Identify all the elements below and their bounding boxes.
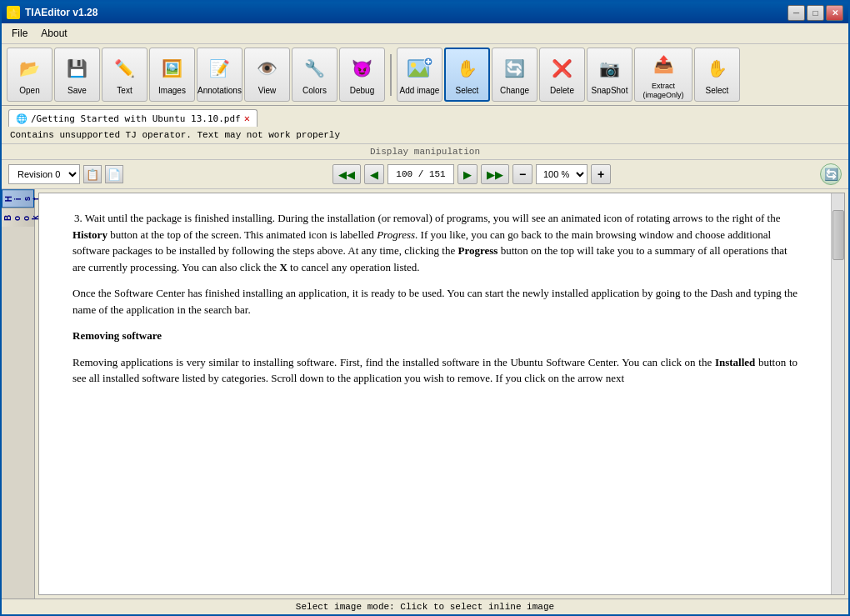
colors-label: Colors [302, 86, 327, 96]
scrollbar-vertical[interactable] [831, 193, 844, 594]
change-label: Change [500, 86, 529, 96]
prev-page-button[interactable]: ◀ [364, 164, 384, 184]
last-page-button[interactable]: ▶▶ [481, 164, 509, 184]
annotations-icon: 📝 [205, 53, 235, 83]
debug-icon: 😈 [348, 53, 378, 83]
svg-point-1 [411, 63, 416, 68]
annotations-label: Annotations [198, 86, 242, 96]
images-label: Images [158, 86, 186, 96]
save-button[interactable]: 💾 Save [54, 48, 100, 102]
content-area: 3. Wait until the package is finished in… [38, 193, 845, 595]
text-label: Text [117, 86, 132, 96]
tab-icon: 🌐 [16, 113, 28, 124]
delete-label: Delete [550, 86, 574, 96]
sidebar: H i s t o r y B o o k m a r k s [2, 189, 35, 598]
status-text: Select image mode: Click to select inlin… [296, 602, 554, 612]
delete-icon: ❌ [548, 53, 578, 83]
delete-button[interactable]: ❌ Delete [539, 48, 585, 102]
window-title: TIAEditor v1.28 [25, 7, 98, 18]
close-button[interactable]: ✕ [826, 5, 843, 21]
warning-bar: Contains unsupported TJ operator. Text m… [2, 127, 848, 144]
pdf-content: 3. Wait until the package is finished in… [39, 193, 831, 594]
copy-button[interactable]: 📋 [83, 165, 102, 183]
add-image-button[interactable]: Add image [397, 48, 442, 102]
nav-bar: Revision 0 📋 📄 ◀◀ ◀ ▶ ▶▶ − 100 % 50 % 75… [2, 160, 848, 189]
open-label: Open [19, 86, 39, 96]
paragraph-3: Removing applications is very similar to… [72, 354, 798, 387]
status-bar: Select image mode: Click to select inlin… [2, 598, 848, 614]
sidebar-tab-history[interactable]: H i s t o r y [2, 189, 34, 208]
menu-bar: File About [2, 23, 848, 44]
text-button[interactable]: ✏️ Text [102, 48, 148, 102]
display-manipulation: Display manipulation [2, 144, 848, 160]
add-image-label: Add image [400, 86, 440, 96]
save-icon: 💾 [62, 53, 92, 83]
zoom-in-button[interactable]: + [591, 164, 611, 184]
debug-button[interactable]: 😈 Debug [339, 48, 385, 102]
extract-icon: 📤 [648, 49, 678, 79]
select2-label: Select [706, 86, 729, 96]
toolbar: 📂 Open 💾 Save ✏️ Text 🖼️ Images 📝 Annota… [2, 44, 848, 106]
title-bar-left: ⭐ TIAEditor v1.28 [7, 6, 98, 19]
snapshot-icon: 📷 [595, 53, 625, 83]
view-label: View [258, 86, 277, 96]
paste-button[interactable]: 📄 [105, 165, 123, 183]
para-num-label: 3. [74, 212, 85, 224]
revision-dropdown[interactable]: Revision 0 [8, 164, 80, 184]
save-label: Save [68, 86, 87, 96]
zoom-select[interactable]: 100 % 50 % 75 % 125 % 150 % 200 % [536, 164, 588, 184]
debug-label: Debug [350, 86, 374, 96]
snapshot-label: SnapShot [592, 86, 628, 96]
next-page-button[interactable]: ▶ [458, 164, 478, 184]
images-icon: 🖼️ [158, 53, 188, 83]
scrollbar-thumb[interactable] [832, 210, 844, 260]
first-page-icon: ◀◀ [338, 168, 355, 181]
change-button[interactable]: 🔄 Change [492, 48, 538, 102]
toolbar-separator-1 [390, 54, 392, 96]
select2-button[interactable]: ✋ Select [694, 48, 740, 102]
title-bar: ⭐ TIAEditor v1.28 ─ □ ✕ [2, 2, 848, 23]
select2-icon: ✋ [702, 53, 732, 83]
refresh-icon: 🔄 [824, 168, 838, 181]
select-label: Select [456, 86, 479, 96]
change-icon: 🔄 [500, 53, 530, 83]
paragraph-2: Once the Software Center has finished in… [72, 285, 798, 318]
zoom-out-button[interactable]: − [512, 164, 532, 184]
warning-text: Contains unsupported TJ operator. Text m… [10, 130, 340, 140]
tab-close-button[interactable]: ✕ [244, 113, 250, 124]
colors-icon: 🔧 [300, 53, 330, 83]
text-icon: ✏️ [110, 53, 140, 83]
open-icon: 📂 [15, 53, 45, 83]
select-icon: ✋ [452, 53, 482, 83]
extract-button[interactable]: 📤 Extract(imageOnly) [634, 48, 692, 102]
menu-file[interactable]: File [5, 25, 34, 42]
snapshot-button[interactable]: 📷 SnapShot [587, 48, 632, 102]
add-image-icon [405, 53, 435, 83]
menu-about[interactable]: About [34, 25, 73, 42]
sidebar-tab-bookmarks[interactable]: B o o k m a r k s [2, 208, 34, 227]
open-button[interactable]: 📂 Open [7, 48, 52, 102]
prev-page-icon: ◀ [370, 168, 378, 181]
tab-bar: 🌐 /Getting Started with Ubuntu 13.10.pdf… [2, 106, 848, 127]
main-content: H i s t o r y B o o k m a r k s 3. Wait … [2, 189, 848, 598]
colors-button[interactable]: 🔧 Colors [292, 48, 338, 102]
app-icon: ⭐ [7, 6, 20, 19]
refresh-button[interactable]: 🔄 [820, 163, 842, 185]
select-button[interactable]: ✋ Select [444, 48, 490, 102]
title-controls: ─ □ ✕ [788, 5, 843, 21]
maximize-button[interactable]: □ [807, 5, 824, 21]
paragraph-1: 3. Wait until the package is finished in… [72, 210, 798, 275]
main-window: ⭐ TIAEditor v1.28 ─ □ ✕ File About 📂 Ope… [0, 0, 850, 616]
tab-pdf[interactable]: 🌐 /Getting Started with Ubuntu 13.10.pdf… [8, 109, 258, 127]
section-heading: Removing software [72, 328, 798, 344]
last-page-icon: ▶▶ [487, 168, 503, 181]
page-input[interactable] [388, 164, 454, 184]
images-button[interactable]: 🖼️ Images [149, 48, 195, 102]
view-icon: 👁️ [252, 53, 282, 83]
next-page-icon: ▶ [463, 168, 472, 181]
annotations-button[interactable]: 📝 Annotations [197, 48, 242, 102]
view-button[interactable]: 👁️ View [244, 48, 290, 102]
first-page-button[interactable]: ◀◀ [332, 164, 361, 184]
tab-label: /Getting Started with Ubuntu 13.10.pdf [31, 113, 241, 124]
minimize-button[interactable]: ─ [788, 5, 805, 21]
